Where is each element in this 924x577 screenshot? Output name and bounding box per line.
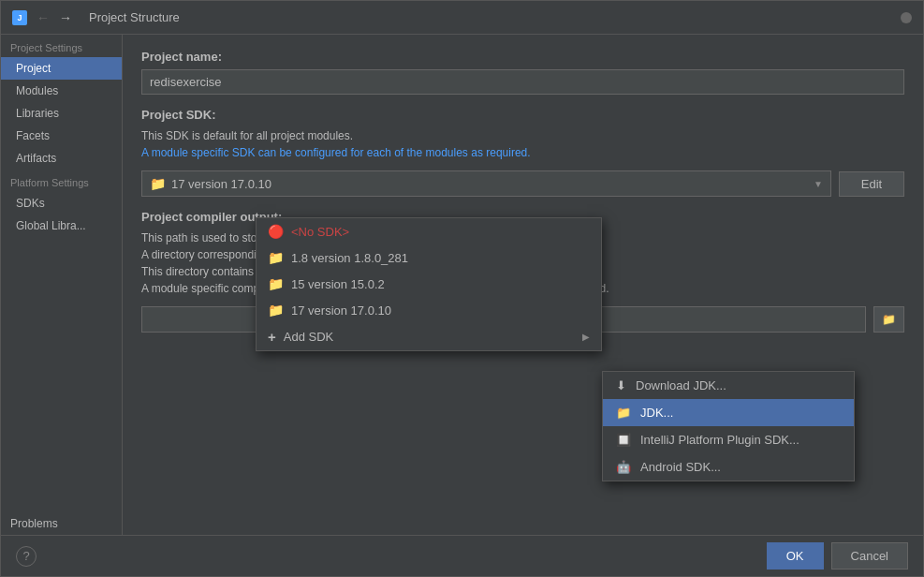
sdk-desc-line2: A module specific SDK can be configured … bbox=[141, 144, 904, 161]
sidebar-item-global-libraries[interactable]: Global Libra... bbox=[1, 215, 122, 237]
close-button[interactable] bbox=[901, 12, 912, 23]
app-icon: J bbox=[12, 10, 27, 25]
jdk-folder-icon: 📁 bbox=[616, 406, 631, 420]
sdk-1-8-icon: 📁 bbox=[268, 250, 284, 265]
download-jdk-icon: ⬇ bbox=[616, 378, 626, 392]
sidebar-item-problems[interactable]: Problems bbox=[1, 512, 122, 535]
project-name-input[interactable] bbox=[141, 69, 904, 95]
dropdown-item-1-8[interactable]: 📁 1.8 version 1.8.0_281 bbox=[257, 244, 601, 271]
dropdown-item-17[interactable]: 📁 17 version 17.0.10 bbox=[257, 297, 601, 323]
help-button[interactable]: ? bbox=[16, 546, 37, 567]
dropdown-item-no-sdk[interactable]: 🔴 <No SDK> bbox=[257, 218, 601, 244]
dialog-footer: ? OK Cancel bbox=[1, 535, 923, 576]
project-settings-label: Project Settings bbox=[1, 35, 122, 57]
add-sdk-arrow-icon: ▶ bbox=[582, 332, 590, 342]
sidebar: Project Settings Project Modules Librari… bbox=[1, 35, 123, 535]
submenu-download-jdk[interactable]: ⬇ Download JDK... bbox=[603, 372, 854, 399]
forward-button[interactable]: → bbox=[57, 10, 74, 25]
sdk-row: 📁 17 version 17.0.10 ▼ Edit bbox=[141, 170, 904, 197]
sdk-folder-icon: 📁 bbox=[150, 176, 166, 191]
project-name-label: Project name: bbox=[141, 50, 904, 64]
add-sdk-submenu: ⬇ Download JDK... 📁 JDK... 🔲 IntelliJ Pl… bbox=[602, 371, 855, 481]
dropdown-item-add-sdk[interactable]: + Add SDK ▶ bbox=[257, 323, 601, 350]
intellij-plugin-icon: 🔲 bbox=[616, 433, 631, 447]
sdk-dropdown[interactable]: 📁 17 version 17.0.10 ▼ bbox=[141, 170, 831, 197]
platform-settings-label: Platform Settings bbox=[1, 170, 122, 192]
project-sdk-label: Project SDK: bbox=[141, 108, 904, 122]
sdk-17-icon: 📁 bbox=[268, 303, 284, 318]
dialog-body: Project Settings Project Modules Librari… bbox=[1, 35, 923, 535]
ok-button[interactable]: OK bbox=[767, 542, 824, 570]
sidebar-item-artifacts[interactable]: Artifacts bbox=[1, 147, 122, 170]
android-sdk-icon: 🤖 bbox=[616, 460, 631, 474]
sdk-desc-line1: This SDK is default for all project modu… bbox=[141, 127, 904, 144]
edit-sdk-button[interactable]: Edit bbox=[839, 171, 904, 197]
sidebar-item-project[interactable]: Project bbox=[1, 57, 122, 80]
sdk-dropdown-popup: 🔴 <No SDK> 📁 1.8 version 1.8.0_281 📁 15 … bbox=[256, 217, 602, 351]
sdk-selected-value: 17 version 17.0.10 bbox=[171, 177, 814, 191]
cancel-button[interactable]: Cancel bbox=[831, 542, 908, 570]
window-controls bbox=[901, 12, 912, 23]
dropdown-item-15[interactable]: 📁 15 version 15.0.2 bbox=[257, 271, 601, 297]
dialog-title: Project Structure bbox=[89, 10, 901, 24]
submenu-intellij-plugin-sdk[interactable]: 🔲 IntelliJ Platform Plugin SDK... bbox=[603, 426, 854, 453]
sidebar-item-facets[interactable]: Facets bbox=[1, 125, 122, 147]
sdk-15-icon: 📁 bbox=[268, 276, 284, 291]
back-button[interactable]: ← bbox=[35, 10, 51, 25]
dropdown-arrow-icon: ▼ bbox=[814, 179, 823, 189]
main-content: Project name: Project SDK: This SDK is d… bbox=[123, 35, 923, 535]
browse-output-button[interactable]: 📁 bbox=[873, 306, 904, 333]
nav-buttons: ← → bbox=[35, 10, 74, 25]
sidebar-item-sdks[interactable]: SDKs bbox=[1, 192, 122, 215]
submenu-android-sdk[interactable]: 🤖 Android SDK... bbox=[603, 453, 854, 481]
project-structure-dialog: J ← → Project Structure Project Settings… bbox=[0, 0, 924, 577]
sidebar-item-libraries[interactable]: Libraries bbox=[1, 102, 122, 125]
no-sdk-icon: 🔴 bbox=[268, 224, 284, 239]
title-bar: J ← → Project Structure bbox=[1, 1, 923, 35]
submenu-jdk[interactable]: 📁 JDK... bbox=[603, 399, 854, 426]
add-sdk-icon: + bbox=[268, 329, 276, 345]
sidebar-item-modules[interactable]: Modules bbox=[1, 80, 122, 102]
